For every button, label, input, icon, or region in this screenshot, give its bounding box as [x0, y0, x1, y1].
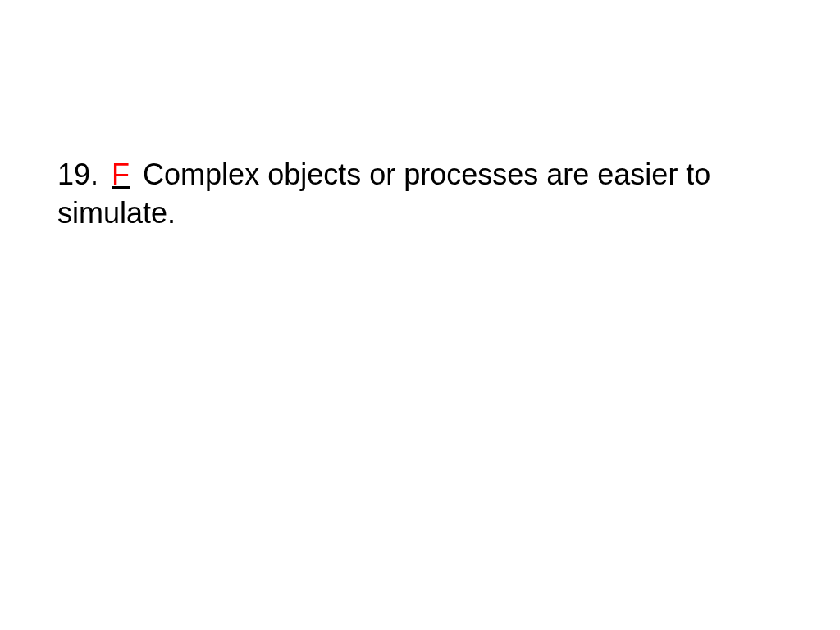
answer-blank: F — [107, 158, 135, 191]
spacer — [135, 158, 143, 191]
question-container: 19. F Complex objects or processes are e… — [57, 156, 783, 233]
question-text: Complex objects or processes are easier … — [57, 158, 710, 230]
question-number: 19. — [57, 158, 98, 191]
